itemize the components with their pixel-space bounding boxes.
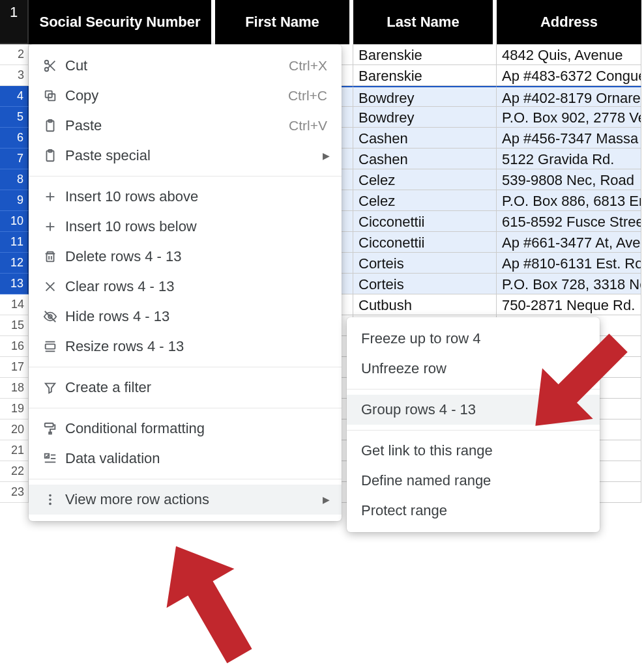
menu-insert-rows-above[interactable]: Insert 10 rows above bbox=[29, 182, 342, 212]
row-number-4[interactable]: 4 bbox=[0, 86, 29, 107]
row-number-11[interactable]: 11 bbox=[0, 232, 29, 253]
menu-paste-special[interactable]: Paste special ▶ bbox=[29, 141, 342, 171]
cell[interactable]: 615-8592 Fusce Street bbox=[497, 211, 641, 232]
menu-hide-rows[interactable]: Hide rows 4 - 13 bbox=[29, 302, 342, 332]
clipboard-icon bbox=[43, 119, 65, 133]
cell[interactable]: Celez bbox=[353, 169, 497, 190]
submenu-get-link[interactable]: Get link to this range bbox=[347, 436, 600, 466]
submenu-freeze[interactable]: Freeze up to row 4 bbox=[347, 324, 600, 354]
column-header-first-name[interactable]: First Name bbox=[215, 0, 353, 44]
cell[interactable]: Ap #483-6372 Congue bbox=[497, 65, 641, 86]
cell[interactable]: Cicconettii bbox=[353, 232, 497, 253]
cell[interactable]: Celez bbox=[353, 190, 497, 211]
trash-icon bbox=[43, 249, 65, 264]
more-vertical-icon bbox=[43, 492, 65, 507]
row-number-22[interactable]: 22 bbox=[0, 461, 29, 482]
row-number-14[interactable]: 14 bbox=[0, 294, 29, 315]
cell[interactable]: 5122 Gravida Rd. bbox=[497, 149, 641, 169]
cell[interactable]: 539-9808 Nec, Road bbox=[497, 169, 641, 190]
shortcut-text: Ctrl+X bbox=[289, 58, 327, 74]
cell[interactable]: Corteis bbox=[353, 253, 497, 274]
cell[interactable]: Barenskie bbox=[353, 44, 497, 65]
menu-label: Freeze up to row 4 bbox=[361, 330, 585, 347]
svg-rect-21 bbox=[46, 344, 55, 348]
row-number-7[interactable]: 7 bbox=[0, 149, 29, 169]
menu-paste[interactable]: Paste Ctrl+V bbox=[29, 111, 342, 141]
filter-icon bbox=[43, 380, 65, 395]
row-number-19[interactable]: 19 bbox=[0, 399, 29, 419]
cell[interactable]: Cicconettii bbox=[353, 211, 497, 232]
svg-rect-24 bbox=[45, 423, 53, 427]
column-header-address[interactable]: Address bbox=[497, 0, 641, 44]
menu-cut[interactable]: Cut Ctrl+X bbox=[29, 51, 342, 81]
chevron-right-icon: ▶ bbox=[323, 150, 330, 161]
menu-copy[interactable]: Copy Ctrl+C bbox=[29, 81, 342, 111]
cell[interactable]: Ap #810-6131 Est. Roa bbox=[497, 253, 641, 274]
row-number-21[interactable]: 21 bbox=[0, 440, 29, 461]
column-header-ssn[interactable]: Social Security Number bbox=[29, 0, 215, 44]
menu-insert-rows-below[interactable]: Insert 10 rows below bbox=[29, 212, 342, 242]
row-number-9[interactable]: 9 bbox=[0, 190, 29, 211]
menu-view-more-row-actions[interactable]: View more row actions ▶ bbox=[29, 485, 342, 515]
column-header-last-name[interactable]: Last Name bbox=[353, 0, 497, 44]
cell[interactable]: Bowdrey bbox=[353, 107, 497, 128]
row-number-10[interactable]: 10 bbox=[0, 211, 29, 232]
submenu-group-rows[interactable]: Group rows 4 - 13 bbox=[347, 395, 600, 425]
row-number-15[interactable]: 15 bbox=[0, 315, 29, 336]
row-number-6[interactable]: 6 bbox=[0, 128, 29, 149]
menu-resize-rows[interactable]: Resize rows 4 - 13 bbox=[29, 332, 342, 362]
menu-create-filter[interactable]: Create a filter bbox=[29, 373, 342, 403]
submenu-unfreeze[interactable]: Unfreeze row bbox=[347, 354, 600, 384]
svg-marker-34 bbox=[142, 526, 273, 667]
menu-label: Define named range bbox=[361, 472, 585, 489]
row-number-gutter: 1 234567891011121314151617181920212223 bbox=[0, 0, 29, 503]
more-row-actions-submenu: Freeze up to row 4 Unfreeze row Group ro… bbox=[347, 317, 600, 532]
row-number-2[interactable]: 2 bbox=[0, 44, 29, 65]
menu-label: Paste special bbox=[65, 147, 327, 164]
shortcut-text: Ctrl+C bbox=[288, 88, 327, 104]
svg-rect-14 bbox=[47, 253, 54, 261]
menu-data-validation[interactable]: Data validation bbox=[29, 444, 342, 474]
row-number-12[interactable]: 12 bbox=[0, 253, 29, 274]
cell[interactable]: Ap #661-3477 At, Aven bbox=[497, 232, 641, 253]
plus-icon bbox=[43, 220, 65, 234]
cell[interactable]: P.O. Box 902, 2778 Ve bbox=[497, 107, 641, 128]
cell[interactable]: Bowdrey bbox=[353, 86, 497, 107]
cell[interactable]: Ap #402-8179 Ornare R bbox=[497, 86, 641, 107]
svg-point-0 bbox=[45, 61, 49, 64]
menu-conditional-formatting[interactable]: Conditional formatting bbox=[29, 414, 342, 444]
cell[interactable]: Barenskie bbox=[353, 65, 497, 86]
cell[interactable]: Cutbush bbox=[353, 294, 497, 315]
cell[interactable]: Cashen bbox=[353, 149, 497, 169]
menu-delete-rows[interactable]: Delete rows 4 - 13 bbox=[29, 242, 342, 272]
menu-separator bbox=[347, 389, 600, 390]
row-number-8[interactable]: 8 bbox=[0, 169, 29, 190]
row-number-23[interactable]: 23 bbox=[0, 482, 29, 503]
cell[interactable]: 750-2871 Neque Rd. bbox=[497, 294, 641, 315]
submenu-define-named-range[interactable]: Define named range bbox=[347, 466, 600, 496]
cell[interactable]: 4842 Quis, Avenue bbox=[497, 44, 641, 65]
row-number-5[interactable]: 5 bbox=[0, 107, 29, 128]
chevron-right-icon: ▶ bbox=[323, 494, 330, 505]
row-number-13[interactable]: 13 bbox=[0, 274, 29, 294]
row-number-16[interactable]: 16 bbox=[0, 336, 29, 357]
row-number-3[interactable]: 3 bbox=[0, 65, 29, 86]
x-icon bbox=[43, 279, 65, 294]
checklist-icon bbox=[43, 451, 65, 466]
menu-label: Cut bbox=[65, 57, 289, 74]
paint-roller-icon bbox=[43, 421, 65, 436]
menu-label: Get link to this range bbox=[361, 442, 585, 459]
cell[interactable]: Cashen bbox=[353, 128, 497, 149]
row-number-18[interactable]: 18 bbox=[0, 378, 29, 399]
menu-clear-rows[interactable]: Clear rows 4 - 13 bbox=[29, 272, 342, 302]
row-header-1[interactable]: 1 bbox=[0, 0, 29, 44]
cell[interactable]: P.O. Box 728, 3318 Ne bbox=[497, 274, 641, 294]
cell[interactable]: Corteis bbox=[353, 274, 497, 294]
cell[interactable]: Ap #456-7347 Massa A bbox=[497, 128, 641, 149]
row-number-20[interactable]: 20 bbox=[0, 419, 29, 440]
row-number-17[interactable]: 17 bbox=[0, 357, 29, 378]
cell[interactable]: P.O. Box 886, 6813 En bbox=[497, 190, 641, 211]
row-context-menu: Cut Ctrl+X Copy Ctrl+C Paste Ctrl+V Past… bbox=[29, 44, 342, 521]
submenu-protect-range[interactable]: Protect range bbox=[347, 496, 600, 526]
menu-label: Group rows 4 - 13 bbox=[361, 401, 585, 418]
